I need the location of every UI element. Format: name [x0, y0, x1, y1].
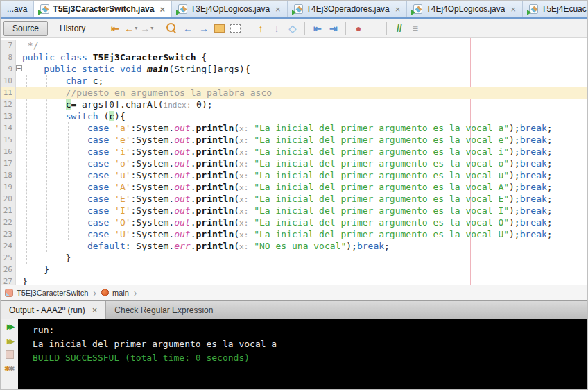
line-number[interactable]: 19 [1, 181, 16, 193]
code-line[interactable]: 26 } [1, 264, 587, 275]
history-button[interactable]: History [51, 21, 94, 36]
code-text: //puesto en argumentos la palabra asco [22, 87, 272, 99]
code-text: case 'U':System.out.println(x: "La inici… [22, 228, 553, 240]
next-usage-icon[interactable]: ⇥ [326, 21, 340, 35]
fold-column [16, 169, 22, 181]
breadcrumb-item[interactable]: T5Ej3CaracterSwitch [5, 289, 88, 297]
next-bookmark-icon[interactable]: ↓ [269, 21, 284, 35]
code-line[interactable]: 23 case 'U':System.out.println(x: "La in… [1, 228, 587, 240]
editor-tab[interactable]: T3Ej4OpLogicos.java× [172, 1, 288, 17]
line-number[interactable]: 22 [1, 217, 16, 228]
code-text: public class T5Ej3CaracterSwitch { [22, 51, 207, 63]
highlight-search-icon[interactable] [212, 21, 227, 35]
close-icon[interactable]: × [159, 5, 165, 14]
code-line[interactable]: 27} [1, 275, 587, 285]
output-tab[interactable]: Output - AAA2º (run)× [1, 301, 106, 319]
breadcrumb-item[interactable]: main [101, 289, 129, 297]
line-number[interactable]: 10 [1, 75, 16, 87]
close-icon[interactable]: × [510, 5, 516, 14]
line-number[interactable]: 23 [1, 228, 16, 240]
code-line[interactable]: 12 c= args[0].charAt(index: 0); [1, 99, 587, 110]
line-number[interactable]: 20 [1, 193, 16, 205]
output-console[interactable]: run:La inicial del primer argumento es l… [18, 319, 587, 390]
code-text: char c; [22, 75, 103, 87]
line-number[interactable]: 27 [1, 275, 16, 285]
output-tab[interactable]: Check Regular Expression [106, 301, 221, 319]
toggle-bookmark-icon[interactable]: ◇ [285, 21, 300, 35]
editor-tab-bar: ...avaT5Ej3CaracterSwitch.java×T3Ej4OpLo… [1, 1, 587, 19]
code-text: case 'I':System.out.println(x: "La inici… [22, 205, 553, 217]
editor-tab[interactable]: ...ava [1, 1, 34, 17]
line-number[interactable]: 17 [1, 158, 16, 169]
back-icon[interactable]: ←▾ [123, 21, 138, 35]
code-editor[interactable]: 7 */8public class T5Ej3CaracterSwitch {9… [1, 38, 587, 285]
code-line[interactable]: 11 //puesto en argumentos la palabra asc… [1, 87, 587, 99]
line-number[interactable]: 12 [1, 99, 16, 110]
editor-tab[interactable]: T5Ej4Ecuacion.java... [523, 1, 587, 17]
previous-bookmark-icon[interactable]: ↑ [253, 21, 268, 35]
code-line[interactable]: 18 case 'u':System.out.println(x: "La in… [1, 169, 587, 181]
line-number[interactable]: 13 [1, 110, 16, 122]
settings-icon[interactable] [4, 364, 15, 373]
find-previous-icon[interactable]: ← [180, 21, 195, 35]
close-icon[interactable]: × [92, 305, 98, 314]
rectangular-selection-icon[interactable] [228, 21, 243, 35]
close-icon[interactable]: × [275, 5, 281, 14]
netbeans-window: ...avaT5Ej3CaracterSwitch.java×T3Ej4OpLo… [0, 0, 588, 390]
code-line[interactable]: 14 case 'a':System.out.println(x: "La in… [1, 122, 587, 134]
rerun-changed-icon[interactable] [4, 336, 15, 346]
line-number[interactable]: 16 [1, 146, 16, 158]
code-line[interactable]: 20 case 'E':System.out.println(x: "La in… [1, 193, 587, 205]
toolbar-separator [101, 22, 101, 35]
code-text: case 'e':System.out.println(x: "La inici… [22, 134, 553, 146]
comment-icon[interactable]: // [392, 21, 406, 35]
fold-column [16, 275, 22, 285]
code-line[interactable]: 15 case 'e':System.out.println(x: "La in… [1, 134, 587, 146]
line-number[interactable]: 14 [1, 122, 16, 134]
fold-column [16, 75, 22, 87]
stop-square-icon[interactable] [367, 21, 381, 35]
code-line[interactable]: 16 case 'i':System.out.println(x: "La in… [1, 146, 587, 158]
line-number[interactable]: 7 [1, 40, 16, 51]
editor-tab[interactable]: T4Ej4OpLogicos.java× [407, 1, 523, 17]
code-text: case 'i':System.out.println(x: "La inici… [22, 146, 553, 158]
find-next-icon[interactable]: → [196, 21, 211, 35]
code-line[interactable]: 24 default: System.err.println(x: "NO es… [1, 240, 587, 252]
code-line[interactable]: 8public class T5Ej3CaracterSwitch { [1, 51, 587, 63]
code-line[interactable]: 13 switch (c){ [1, 110, 587, 122]
line-number[interactable]: 25 [1, 252, 16, 264]
editor-tab[interactable]: T5Ej3CaracterSwitch.java× [34, 1, 172, 17]
close-icon[interactable]: × [395, 5, 401, 14]
stop-icon[interactable] [6, 350, 14, 359]
code-line[interactable]: 25 } [1, 252, 587, 264]
jump-last-edit-icon[interactable]: ⇤ [107, 21, 122, 35]
fold-collapse-icon[interactable]: − [16, 65, 22, 71]
previous-usage-icon[interactable]: ⇤ [310, 21, 325, 35]
code-line[interactable]: 22 case 'O':System.out.println(x: "La in… [1, 217, 587, 228]
line-number[interactable]: 8 [1, 51, 16, 63]
line-number[interactable]: 24 [1, 240, 16, 252]
code-line[interactable]: 21 case 'I':System.out.println(x: "La in… [1, 205, 587, 217]
breakpoint-icon[interactable]: ● [351, 21, 365, 35]
fold-column [16, 252, 22, 264]
fold-column [16, 110, 22, 122]
find-icon[interactable] [164, 21, 179, 35]
rerun-icon[interactable] [4, 321, 15, 331]
line-number[interactable]: 26 [1, 264, 16, 275]
code-line[interactable]: 17 case 'o':System.out.println(x: "La in… [1, 158, 587, 169]
line-number[interactable]: 9 [1, 63, 16, 75]
forward-icon[interactable]: →▾ [139, 21, 154, 35]
editor-tab[interactable]: T4Ej3Operadores.java× [288, 1, 408, 17]
code-line[interactable]: 7 */ [1, 40, 587, 51]
code-line[interactable]: 10 char c; [1, 75, 587, 87]
line-number[interactable]: 11 [1, 87, 16, 99]
java-file-icon [294, 4, 303, 14]
line-number[interactable]: 18 [1, 169, 16, 181]
code-line[interactable]: 19 case 'A':System.out.println(x: "La in… [1, 181, 587, 193]
line-number[interactable]: 15 [1, 134, 16, 146]
source-button[interactable]: Source [3, 21, 48, 36]
code-line[interactable]: 9− public static void main(String[]args)… [1, 63, 587, 75]
line-number[interactable]: 21 [1, 205, 16, 217]
fold-column [16, 240, 22, 252]
uncomment-icon[interactable]: ≡ [408, 21, 422, 35]
